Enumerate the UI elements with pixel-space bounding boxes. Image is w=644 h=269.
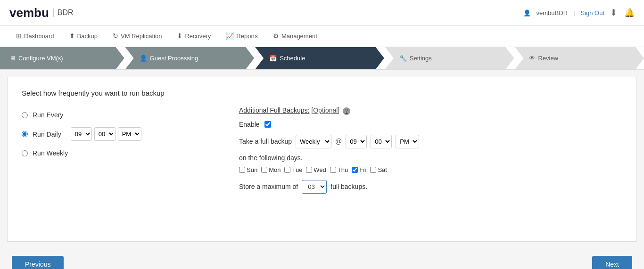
tue-checkbox[interactable] <box>284 167 290 173</box>
store-suffix: full backups. <box>330 183 367 190</box>
mon-label: Mon <box>269 166 281 173</box>
day-sat: Sat <box>370 166 387 173</box>
nav-label-management: Management <box>281 33 317 40</box>
logo-bdr: BDR <box>53 8 74 17</box>
day-fri: Fri <box>352 166 366 173</box>
nav-item-dashboard[interactable]: ⊞ Dashboard <box>9 27 61 45</box>
day-mon: Mon <box>261 166 281 173</box>
daily-minute-select[interactable]: 00153045 <box>94 127 116 141</box>
run-daily-option: Run Daily 09101112 01020304 00153045 AMP… <box>22 127 201 141</box>
step-guest-processing[interactable]: 👤 Guest Processing <box>125 47 255 69</box>
run-weekly-option: Run Weekly <box>22 149 201 157</box>
fri-checkbox[interactable] <box>352 167 358 173</box>
frequency-select[interactable]: Weekly Monthly Daily <box>296 135 331 148</box>
logo: vembuBDR <box>9 6 74 20</box>
thu-checkbox[interactable] <box>330 167 336 173</box>
schedule-icon: 📅 <box>269 55 277 62</box>
right-panel: Additional Full Backups: [Optional] ? En… <box>220 106 622 194</box>
info-icon[interactable]: ? <box>343 107 350 115</box>
enable-row: Enable <box>239 121 622 128</box>
full-backup-minute-select[interactable]: 00153045 <box>371 135 392 148</box>
header-separator: | <box>573 9 575 16</box>
nav-item-management[interactable]: ⚙ Management <box>266 27 324 45</box>
run-weekly-radio[interactable] <box>22 150 28 156</box>
sun-label: Sun <box>247 166 257 173</box>
day-tue: Tue <box>284 166 302 173</box>
additional-full-backups-title: Additional Full Backups: [Optional] ? <box>239 106 622 115</box>
step-review[interactable]: 👁 Review <box>515 47 644 69</box>
configure-vms-icon: 🖥 <box>9 55 16 62</box>
header-icons: ⬇ 🔔 <box>610 8 635 18</box>
notification-icon[interactable]: 🔔 <box>624 8 635 18</box>
nav-item-reports[interactable]: 📈 Reports <box>219 27 264 45</box>
backup-icon: ⬆ <box>69 32 75 40</box>
following-days-label: on the following days. <box>239 154 622 162</box>
form-section: Run Every Run Daily 09101112 01020304 00… <box>22 106 622 194</box>
footer: Previous Next <box>0 249 644 269</box>
run-every-radio[interactable] <box>22 112 28 118</box>
sat-checkbox[interactable] <box>370 167 376 173</box>
sat-label: Sat <box>378 166 387 173</box>
store-row: Store a maximum of 0102030405 full backu… <box>239 180 622 194</box>
step-review-label: Review <box>538 55 558 62</box>
header: vembuBDR 👤 vembuBDR | Sign Out ⬇ 🔔 <box>0 0 644 26</box>
guest-processing-icon: 👤 <box>140 55 147 62</box>
username: vembuBDR <box>537 9 568 16</box>
nav-item-recovery[interactable]: ⬇ Recovery <box>170 27 217 45</box>
settings-icon: 🔧 <box>399 55 407 62</box>
store-label: Store a maximum of <box>239 183 298 190</box>
take-full-backup-label: Take a full backup <box>239 138 292 145</box>
sun-checkbox[interactable] <box>239 167 245 173</box>
step-settings[interactable]: 🔧 Settings <box>385 47 514 69</box>
download-icon[interactable]: ⬇ <box>610 8 617 18</box>
enable-checkbox[interactable] <box>264 121 271 128</box>
tue-label: Tue <box>292 166 302 173</box>
main-nav: ⊞ Dashboard ⬆ Backup ↻ VM Replication ⬇ … <box>0 26 644 47</box>
user-icon: 👤 <box>523 9 531 16</box>
full-backup-period-select[interactable]: AMPM <box>396 135 419 148</box>
wizard-steps: 🖥 Configure VM(s) 👤 Guest Processing 📅 S… <box>0 47 644 70</box>
daily-hour-select[interactable]: 09101112 01020304 <box>71 127 92 141</box>
enable-label: Enable <box>239 121 260 128</box>
run-every-option: Run Every <box>22 111 201 119</box>
main-content: Select how frequently you want to run ba… <box>7 77 637 242</box>
wed-label: Wed <box>314 166 326 173</box>
mon-checkbox[interactable] <box>261 167 267 173</box>
next-button[interactable]: Next <box>592 256 632 269</box>
full-backup-hour-select[interactable]: 09101112 01020304 <box>346 135 367 148</box>
dashboard-icon: ⊞ <box>16 32 22 40</box>
run-every-label: Run Every <box>33 111 63 119</box>
store-maximum-select[interactable]: 0102030405 <box>302 180 327 194</box>
daily-time-selects: 09101112 01020304 00153045 AMPM <box>71 127 141 141</box>
section-title: Select how frequently you want to run ba… <box>22 89 622 97</box>
nav-label-backup: Backup <box>77 33 98 40</box>
sign-out-link[interactable]: Sign Out <box>580 9 604 16</box>
daily-period-select[interactable]: AMPM <box>118 127 141 141</box>
run-daily-radio[interactable] <box>22 131 28 137</box>
days-row: Sun Mon Tue Wed Thu <box>239 166 622 173</box>
step-schedule[interactable]: 📅 Schedule <box>255 47 384 69</box>
at-symbol: @ <box>335 138 342 145</box>
header-right: 👤 vembuBDR | Sign Out ⬇ 🔔 <box>523 8 635 18</box>
nav-label-dashboard: Dashboard <box>24 33 54 40</box>
step-schedule-label: Schedule <box>280 55 305 62</box>
nav-item-backup[interactable]: ⬆ Backup <box>63 27 104 45</box>
step-guest-processing-label: Guest Processing <box>150 55 198 62</box>
fri-label: Fri <box>359 166 366 173</box>
logo-vembu: vembu <box>9 6 49 20</box>
step-configure-vms[interactable]: 🖥 Configure VM(s) <box>0 47 124 69</box>
additional-title-underline: Additional Full Backups: <box>239 106 309 114</box>
additional-title-optional: [Optional] <box>311 106 339 114</box>
vm-replication-icon: ↻ <box>113 32 118 40</box>
run-weekly-label: Run Weekly <box>33 149 68 157</box>
step-configure-vms-label: Configure VM(s) <box>18 55 63 62</box>
review-icon: 👁 <box>529 55 535 62</box>
wed-checkbox[interactable] <box>306 167 312 173</box>
reports-icon: 📈 <box>226 32 234 40</box>
run-daily-label: Run Daily <box>33 130 61 138</box>
nav-label-recovery: Recovery <box>185 33 211 40</box>
previous-button[interactable]: Previous <box>12 256 64 269</box>
nav-item-vm-replication[interactable]: ↻ VM Replication <box>106 27 168 45</box>
frequency-radio-group: Run Every Run Daily 09101112 01020304 00… <box>22 111 201 157</box>
left-panel: Run Every Run Daily 09101112 01020304 00… <box>22 106 201 194</box>
